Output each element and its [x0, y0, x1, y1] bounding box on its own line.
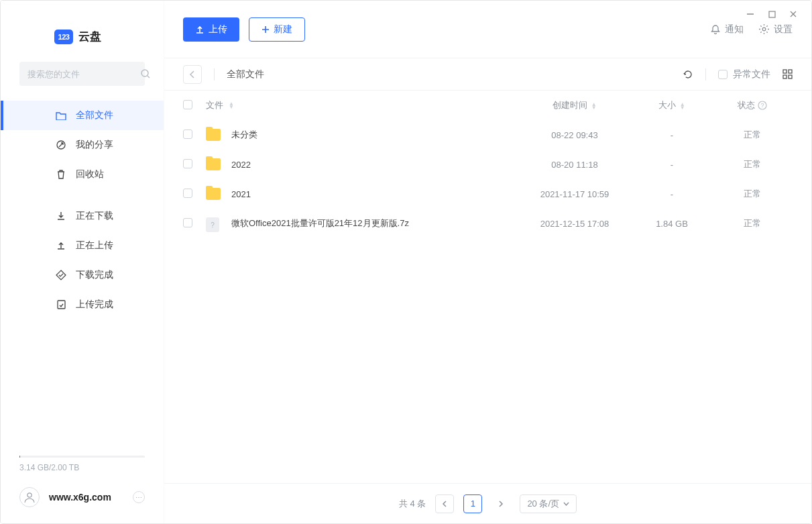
- file-time: 08-22 09:43: [518, 130, 632, 140]
- pager-next[interactable]: [491, 494, 510, 513]
- file-name: 2021: [231, 189, 251, 199]
- column-state-label: 状态: [738, 99, 755, 111]
- file-name: 微软Office2021批量许可版21年12月更新版.7z: [231, 217, 409, 229]
- file-size: -: [632, 160, 712, 170]
- column-size[interactable]: 大小 ▲▼: [632, 99, 712, 111]
- sort-icon: ▲▼: [591, 103, 597, 109]
- column-state: 状态 ?: [712, 99, 793, 111]
- file-size: -: [632, 189, 712, 199]
- main: 上传 新建 通知 设置 全部文件: [164, 1, 811, 523]
- file-state: 正常: [712, 129, 793, 141]
- file-size: -: [632, 130, 712, 140]
- table-row[interactable]: 未分类08-22 09:43-正常: [164, 120, 811, 150]
- svg-rect-1: [769, 11, 775, 17]
- folder-icon: [206, 188, 221, 200]
- column-file[interactable]: 文件 ▲▼: [206, 99, 518, 111]
- sidebar-item-uploading[interactable]: 正在上传: [1, 231, 164, 260]
- window-maximize-icon[interactable]: [767, 9, 776, 19]
- file-name: 未分类: [231, 129, 257, 141]
- file-rows: 未分类08-22 09:43-正常202208-20 11:18-正常20212…: [164, 120, 811, 483]
- divider: [705, 68, 706, 81]
- sidebar-item-label: 正在下载: [76, 210, 113, 222]
- upload-done-icon: [56, 299, 66, 310]
- window-minimize-icon[interactable]: [746, 9, 755, 19]
- file-time: 2021-11-17 10:59: [518, 189, 632, 199]
- svg-line-5: [148, 76, 150, 78]
- pager-size-select[interactable]: 20 条/页: [520, 494, 577, 513]
- notify-button[interactable]: 通知: [710, 23, 744, 36]
- row-checkbox[interactable]: [183, 159, 192, 168]
- breadcrumb-current[interactable]: 全部文件: [227, 68, 264, 81]
- sidebar-item-upload-done[interactable]: 上传完成: [1, 290, 164, 319]
- app-logo: 123 云盘: [1, 1, 164, 56]
- topbar: 上传 新建 通知 设置: [164, 1, 811, 58]
- user-name: www.x6g.com: [49, 492, 123, 503]
- column-time[interactable]: 创建时间 ▲▼: [518, 99, 632, 111]
- pager-total: 共 4 条: [399, 498, 426, 510]
- table-row[interactable]: 20212021-11-17 10:59-正常: [164, 179, 811, 209]
- column-file-label: 文件: [206, 99, 223, 111]
- sidebar-item-download-done[interactable]: 下载完成: [1, 260, 164, 290]
- refresh-button[interactable]: [683, 69, 693, 80]
- user-more-icon[interactable]: ⋯: [133, 491, 145, 503]
- sidebar-item-recycle[interactable]: 回收站: [1, 160, 164, 189]
- table-header: 文件 ▲▼ 创建时间 ▲▼ 大小 ▲▼ 状态 ?: [164, 91, 811, 120]
- sidebar-item-my-share[interactable]: 我的分享: [1, 130, 164, 160]
- gear-icon: [758, 23, 770, 35]
- help-icon[interactable]: ?: [758, 101, 767, 110]
- archive-file-icon: ?: [206, 217, 219, 232]
- table-row[interactable]: ?微软Office2021批量许可版21年12月更新版.7z2021-12-15…: [164, 209, 811, 238]
- svg-rect-10: [783, 70, 787, 73]
- grid-icon: [782, 69, 793, 79]
- avatar[interactable]: [19, 487, 40, 507]
- sort-icon: ▲▼: [680, 103, 685, 109]
- file-state: 正常: [712, 217, 793, 229]
- abnormal-filter[interactable]: 异常文件: [718, 68, 770, 81]
- settings-button[interactable]: 设置: [758, 23, 793, 36]
- sidebar-nav: 全部文件 我的分享 回收站 正在下载 正在上传 下载完成 上传完成: [1, 101, 164, 319]
- sidebar-item-label: 上传完成: [76, 299, 113, 311]
- file-time: 08-20 11:18: [518, 160, 632, 170]
- svg-rect-7: [58, 301, 65, 309]
- grid-view-button[interactable]: [782, 69, 793, 79]
- pager-size-label: 20 条/页: [527, 498, 559, 510]
- pager-prev[interactable]: [435, 494, 454, 513]
- sidebar-item-label: 回收站: [76, 168, 104, 180]
- search-box[interactable]: [19, 62, 145, 86]
- sidebar-item-downloading[interactable]: 正在下载: [1, 201, 164, 231]
- sidebar-item-label: 全部文件: [76, 109, 113, 121]
- table-row[interactable]: 202208-20 11:18-正常: [164, 150, 811, 179]
- svg-point-8: [27, 493, 32, 497]
- window-close-icon[interactable]: [789, 9, 798, 19]
- search-input[interactable]: [27, 69, 140, 79]
- sidebar: 123 云盘 全部文件 我的分享 回收站 正在下载 正在上传: [1, 1, 164, 523]
- sidebar-item-label: 下载完成: [76, 269, 113, 281]
- svg-rect-13: [789, 75, 792, 78]
- upload-icon: [56, 240, 66, 251]
- user-row: www.x6g.com ⋯: [1, 472, 164, 523]
- pager-current[interactable]: 1: [463, 494, 482, 513]
- pathbar: 全部文件 异常文件: [164, 58, 811, 91]
- column-size-label: 大小: [658, 100, 676, 110]
- back-button[interactable]: [183, 65, 202, 84]
- sidebar-item-all-files[interactable]: 全部文件: [1, 101, 164, 130]
- svg-rect-12: [783, 75, 787, 78]
- checkbox[interactable]: [718, 70, 728, 79]
- row-checkbox[interactable]: [183, 129, 192, 139]
- new-button[interactable]: 新建: [249, 17, 305, 42]
- file-time: 2021-12-15 17:08: [518, 219, 632, 229]
- notify-label: 通知: [725, 23, 744, 36]
- search-icon[interactable]: [140, 68, 151, 79]
- upload-button[interactable]: 上传: [183, 17, 239, 42]
- storage-text: 3.14 GB/2.00 TB: [19, 463, 145, 472]
- settings-label: 设置: [774, 23, 793, 36]
- folder-icon: [206, 129, 221, 141]
- svg-text:?: ?: [760, 102, 764, 109]
- abnormal-label: 异常文件: [733, 68, 770, 81]
- divider: [214, 68, 215, 81]
- row-checkbox[interactable]: [183, 218, 192, 227]
- column-time-label: 创建时间: [553, 100, 587, 110]
- row-checkbox[interactable]: [183, 189, 192, 198]
- chevron-down-icon: [563, 502, 569, 506]
- select-all-checkbox[interactable]: [183, 100, 192, 109]
